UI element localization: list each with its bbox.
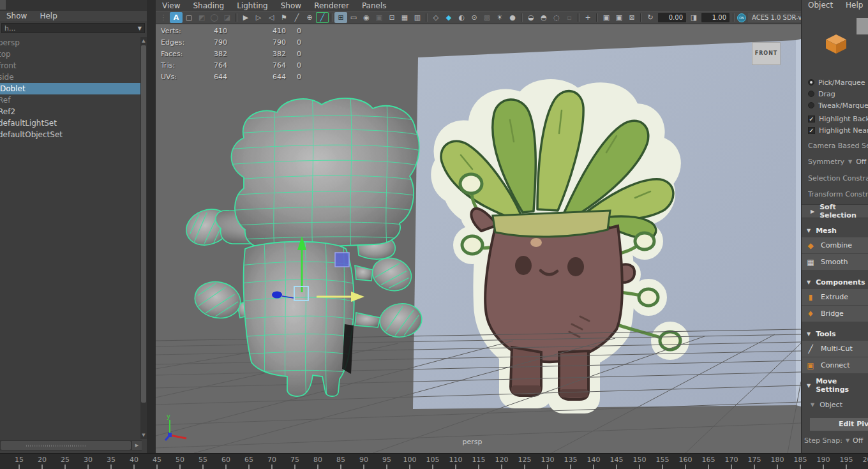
radio-tweak-marquee[interactable]: Tweak/Marquee	[808, 100, 868, 111]
axis-orientation-value[interactable]: Object	[819, 401, 842, 409]
extrude-button[interactable]: ▮Extrude	[802, 289, 868, 305]
step-snap-row[interactable]: Step Snap:▼Off	[802, 436, 868, 445]
paint-select-icon[interactable]: ◩	[195, 12, 208, 23]
lighting-icon[interactable]: ☀	[493, 12, 506, 23]
scroll-down-icon[interactable]: ▼	[140, 431, 147, 439]
chevron-right-icon[interactable]: ▶	[811, 209, 814, 214]
menu-object[interactable]: Object	[802, 0, 839, 10]
outliner-item-side[interactable]: side	[0, 71, 140, 83]
section-header-components[interactable]: ▼Components	[802, 275, 868, 289]
film-gate-icon[interactable]: ▭	[347, 12, 360, 23]
checkbox[interactable]: ✓	[808, 115, 815, 123]
camera-icon[interactable]: ▶	[239, 12, 252, 23]
connect-button[interactable]: ▣Connect	[802, 357, 868, 373]
radio-button[interactable]	[808, 102, 814, 108]
field-chart-icon[interactable]: ⊡	[385, 12, 398, 23]
scrollbar-thumb[interactable]	[1, 441, 131, 450]
chevron-down-icon[interactable]: ▼	[807, 228, 811, 234]
single-select-tool-icon[interactable]: A	[170, 12, 183, 23]
menu-renderer[interactable]: Renderer	[308, 1, 355, 11]
chevron-down-icon[interactable]: ▼	[848, 159, 852, 165]
outliner-search-field[interactable]: h... ▼	[1, 23, 145, 33]
camera-select-icon[interactable]: ◁	[265, 12, 278, 23]
chevron-down-icon[interactable]: ▼	[807, 279, 811, 285]
checkbox-highlight-nearest-component[interactable]: ✓Highlight Nearest Component	[808, 124, 868, 136]
menu-view[interactable]: View	[156, 1, 186, 11]
outliner-item-defaultobjectset[interactable]: defaultObjectSet	[0, 129, 140, 140]
colorspace-select[interactable]: ACES 1.0 SDR-video (sRGB)	[748, 13, 801, 22]
shadows-icon[interactable]: ●	[506, 12, 519, 23]
chevron-down-icon[interactable]: ▼	[807, 383, 811, 389]
timeline-ruler[interactable]: 1520253035404550556065707580859095100105…	[0, 453, 868, 469]
section-header-move-settings[interactable]: ▼Move Settings	[802, 378, 868, 392]
depth-peeling-icon[interactable]: ▫	[563, 12, 576, 23]
wireframe-mode-icon[interactable]: ◇	[430, 12, 442, 23]
symmetry-value[interactable]: Off	[856, 158, 866, 166]
gamma-field[interactable]: 1.00	[701, 13, 730, 22]
panel-button[interactable]	[857, 18, 868, 34]
occlusion-icon[interactable]: ◒	[525, 12, 537, 23]
section-header-tools[interactable]: ▼Tools	[802, 327, 868, 341]
menu-shading[interactable]: Shading	[186, 1, 230, 11]
camera-based-selection-label[interactable]: Camera Based Selection	[808, 142, 868, 150]
menu-help[interactable]: Help	[839, 0, 868, 10]
menu-show[interactable]: Show	[274, 1, 308, 11]
smooth-button[interactable]: ▦Smooth	[802, 254, 868, 270]
outliner-item-front[interactable]: front	[0, 60, 140, 71]
grip-handle[interactable]: ⋮	[157, 12, 170, 23]
search-input[interactable]: h...	[4, 24, 138, 33]
chevron-down-icon[interactable]: ▼	[807, 331, 811, 337]
viewport-3d-scene[interactable]: y	[156, 24, 801, 453]
camera-attributes-icon[interactable]: ▷	[252, 12, 265, 23]
xray-icon[interactable]: +	[581, 12, 594, 23]
outliner-vertical-scrollbar[interactable]: ▲ ▼	[140, 37, 147, 439]
default-material-icon[interactable]: ▩	[481, 12, 493, 23]
menu-panels[interactable]: Panels	[355, 1, 393, 11]
gate-mask-icon[interactable]: ▣	[373, 12, 385, 23]
grease-pencil-icon[interactable]: ╱	[290, 12, 303, 23]
radio-button[interactable]	[808, 91, 814, 97]
transform-constraint-label[interactable]: Transform Constraints	[808, 190, 868, 198]
isolate-select-icon[interactable]: ╱	[316, 12, 329, 23]
menu-show[interactable]: Show	[0, 11, 33, 21]
anti-alias-icon[interactable]: ◌	[550, 12, 563, 23]
scroll-up-icon[interactable]: ▲	[140, 37, 147, 45]
shaded-mode-icon[interactable]: ◆	[442, 12, 455, 23]
panel-divider[interactable]	[147, 0, 156, 453]
radio-drag[interactable]: Drag	[808, 88, 868, 100]
exposure-field[interactable]: 0.00	[658, 13, 686, 22]
radio-button[interactable]	[808, 79, 814, 86]
radio-pick-marquee[interactable]: Pick/Marquee	[808, 77, 868, 88]
section-header-mesh[interactable]: ▼Mesh	[802, 223, 868, 237]
isolate-view-icon[interactable]: ▣	[600, 12, 613, 23]
step-snap-value[interactable]: Off	[853, 436, 863, 445]
bookmark-icon[interactable]: ⚑	[278, 12, 290, 23]
outliner-item-top[interactable]: top	[0, 48, 140, 60]
outliner-item-ref[interactable]: Ref	[0, 94, 140, 106]
textured-mode-icon[interactable]: ◐	[455, 12, 468, 23]
chevron-down-icon[interactable]: ▼	[811, 402, 814, 408]
multi-cut-button[interactable]: ╱Multi-Cut	[802, 341, 868, 357]
panel-tab[interactable]	[0, 0, 6, 10]
crop-region-icon[interactable]: ⊠	[625, 12, 638, 23]
selected-face-highlight[interactable]	[335, 253, 349, 267]
edit-pivot-button[interactable]: Edit Pivot	[810, 418, 868, 431]
selection-constraint-label[interactable]: Selection Constraints	[808, 174, 868, 182]
resolution-gate-icon[interactable]: ◉	[360, 12, 373, 23]
checkbox[interactable]: ✓	[808, 127, 815, 134]
symmetry-row[interactable]: Symmetry ▼ Off	[808, 158, 868, 166]
menu-help[interactable]: Help	[33, 11, 63, 21]
chevron-down-icon[interactable]: ▼	[138, 26, 142, 31]
combine-button[interactable]: ◆Combine	[802, 237, 868, 253]
safe-action-icon[interactable]: ▦	[398, 12, 411, 23]
outliner-item-defaultlightset[interactable]: defaultLightSet	[0, 117, 140, 129]
chevron-down-icon[interactable]: ▼	[846, 438, 849, 443]
circle-select-icon[interactable]: ◯	[208, 12, 221, 23]
outliner-item-persp[interactable]: persp	[0, 37, 140, 48]
pill-select-icon[interactable]: ◪	[221, 12, 234, 23]
soft-selection-section[interactable]: ▶ Soft Selection	[802, 204, 868, 218]
snap-icon[interactable]: ⊕	[303, 12, 316, 23]
menu-lighting[interactable]: Lighting	[230, 1, 274, 11]
outliner-item-doblet[interactable]: Doblet	[0, 83, 140, 94]
manipulator-z-axis[interactable]	[272, 292, 282, 299]
